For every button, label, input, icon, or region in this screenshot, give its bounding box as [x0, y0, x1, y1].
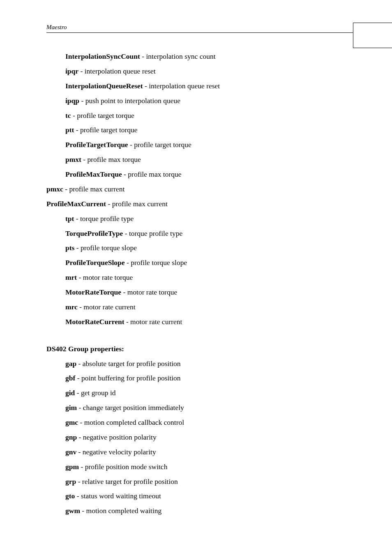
- property-row: gid - get group id: [65, 388, 351, 398]
- property-desc: - interpolation queue reset: [143, 82, 220, 90]
- property-term: tc: [65, 111, 71, 120]
- property-row: ipqr - interpolation queue reset: [46, 66, 351, 76]
- property-term: InterpolationQueueReset: [65, 82, 143, 90]
- property-row: ProfileMaxTorque - profile max torque: [46, 169, 351, 180]
- property-desc: - motor rate current: [78, 303, 136, 311]
- property-term: ipqr: [65, 67, 78, 75]
- property-desc: - profile target torque: [128, 140, 191, 149]
- property-row: pmxt - profile max torque: [46, 154, 351, 165]
- property-desc: - profile max torque: [122, 170, 182, 178]
- property-term: ProfileMaxTorque: [65, 170, 122, 178]
- property-row: InterpolationSyncCount - interpolation s…: [46, 51, 351, 62]
- property-desc: - profile torque slope: [74, 244, 137, 252]
- property-desc: - point buffering for profile position: [75, 374, 180, 382]
- property-term: InterpolationSyncCount: [65, 52, 140, 60]
- property-row: mrt - motor rate torque: [46, 272, 351, 283]
- property-row: pmxc - profile max current: [46, 184, 351, 194]
- property-term: pts: [65, 244, 74, 252]
- property-term: MotorRateTorque: [65, 288, 121, 296]
- property-desc: - negative position polarity: [77, 433, 156, 441]
- property-term: gmc: [65, 418, 78, 426]
- property-desc: - profile target torque: [74, 126, 137, 134]
- property-row: gpm - profile position mode switch: [65, 462, 351, 472]
- property-row: tpt - torque profile type: [46, 214, 351, 224]
- page-header: Maestro: [46, 24, 367, 33]
- property-term: gwm: [65, 507, 80, 515]
- property-row: ipqp - push point to interpolation queue: [46, 96, 351, 106]
- property-row: InterpolationQueueReset - interpolation …: [46, 81, 351, 91]
- property-row: gto - status word waiting timeout: [65, 491, 351, 501]
- property-desc: - get group id: [75, 389, 115, 397]
- property-row: tc - profile target torque: [46, 111, 351, 121]
- property-term: MotorRateCurrent: [65, 318, 125, 326]
- property-desc: - profile target torque: [71, 111, 134, 120]
- property-desc: - motor rate current: [125, 318, 182, 326]
- property-row: gbf - point buffering for profile positi…: [65, 373, 351, 383]
- property-row: ptt - profile target torque: [46, 125, 351, 135]
- property-row: MotorRateCurrent - motor rate current: [46, 317, 351, 327]
- property-term: pmxc: [46, 185, 63, 193]
- property-desc: - profile max current: [106, 200, 168, 208]
- property-term: pmxt: [65, 155, 81, 164]
- property-term: tpt: [65, 214, 74, 223]
- header-title: Maestro: [46, 24, 367, 31]
- property-term: ProfileMaxCurrent: [46, 200, 106, 208]
- property-desc: - torque profile type: [123, 229, 182, 237]
- property-term: ProfileTargetTorque: [65, 140, 128, 149]
- header-rule: [46, 32, 367, 33]
- property-row: gnp - negative position polarity: [65, 432, 351, 442]
- property-term: grp: [65, 477, 76, 486]
- property-row: ProfileTorqueSlope - profile torque slop…: [46, 258, 351, 268]
- property-desc: - motion completed callback control: [78, 418, 184, 426]
- property-row: ProfileTargetTorque - profile target tor…: [46, 140, 351, 150]
- property-row: gmc - motion completed callback control: [65, 417, 351, 428]
- property-row: gim - change target position immediately: [65, 403, 351, 413]
- property-desc: - negative velocity polarity: [76, 448, 156, 456]
- property-desc: - interpolation sync count: [140, 52, 216, 60]
- property-desc: - interpolation queue reset: [78, 67, 156, 75]
- property-term: gbf: [65, 374, 75, 382]
- property-row: pts - profile torque slope: [46, 243, 351, 253]
- property-term: TorqueProfileType: [65, 229, 123, 237]
- property-term: gap: [65, 359, 76, 368]
- property-desc: - change target position immediately: [77, 403, 184, 412]
- property-term: ProfileTorqueSlope: [65, 258, 125, 267]
- property-desc: - profile max torque: [81, 155, 141, 164]
- property-desc: - profile torque slope: [125, 258, 187, 267]
- property-term: gnv: [65, 448, 76, 456]
- property-desc: - profile position mode switch: [79, 463, 167, 471]
- property-term: gto: [65, 492, 75, 500]
- property-term: gim: [65, 403, 77, 412]
- group-properties-list: gap - absolute target for profile positi…: [46, 359, 351, 516]
- property-row: gap - absolute target for profile positi…: [65, 359, 351, 369]
- property-desc: - torque profile type: [74, 214, 134, 223]
- property-term: gpm: [65, 463, 79, 471]
- axis-properties-list: InterpolationSyncCount - interpolation s…: [46, 51, 351, 327]
- property-desc: - relative target for profile position: [76, 477, 178, 486]
- property-row: gnv - negative velocity polarity: [65, 447, 351, 457]
- page-content: InterpolationSyncCount - interpolation s…: [46, 51, 351, 520]
- property-desc: - motor rate torque: [77, 273, 133, 281]
- property-desc: - status word waiting timeout: [75, 492, 161, 500]
- property-row: ProfileMaxCurrent - profile max current: [46, 199, 351, 209]
- property-term: gid: [65, 389, 75, 397]
- page-number-box: [353, 23, 392, 48]
- property-row: TorqueProfileType - torque profile type: [46, 228, 351, 239]
- group-properties-heading: DS402 Group properties:: [46, 344, 351, 354]
- property-desc: - profile max current: [63, 185, 125, 193]
- property-row: MotorRateTorque - motor rate torque: [46, 287, 351, 297]
- property-desc: - motion completed waiting: [80, 507, 161, 515]
- property-term: gnp: [65, 433, 77, 441]
- property-term: mrt: [65, 273, 77, 281]
- property-desc: - push point to interpolation queue: [79, 97, 180, 105]
- property-row: gwm - motion completed waiting: [65, 506, 351, 516]
- property-term: ipqp: [65, 97, 79, 105]
- property-term: mrc: [65, 303, 78, 311]
- property-desc: - motor rate torque: [121, 288, 177, 296]
- property-row: mrc - motor rate current: [46, 302, 351, 312]
- property-desc: - absolute target for profile position: [76, 359, 180, 368]
- property-term: ptt: [65, 126, 74, 134]
- property-row: grp - relative target for profile positi…: [65, 477, 351, 487]
